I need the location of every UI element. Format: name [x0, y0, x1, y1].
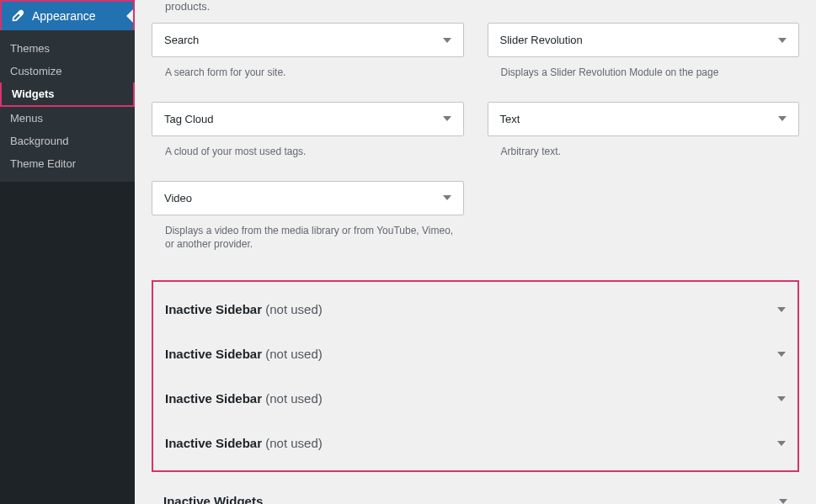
chevron-down-icon [777, 307, 786, 312]
sidebar: Appearance Themes Customize Widgets Menu… [0, 0, 135, 504]
widget-video-desc: Displays a video from the media library … [152, 215, 464, 266]
inactive-sidebar-suffix: (not used) [265, 436, 323, 450]
submenu-themes[interactable]: Themes [0, 37, 135, 60]
menu-arrow-icon [126, 9, 133, 23]
widget-slider-desc: Displays a Slider Revolution Module on t… [488, 57, 800, 93]
chevron-down-icon [777, 396, 786, 401]
widget-video-title: Video [164, 192, 192, 204]
submenu-customize[interactable]: Customize [0, 60, 135, 82]
inactive-sidebar-label: Inactive Sidebar [165, 347, 265, 361]
widget-slider-title: Slider Revolution [500, 34, 583, 46]
inactive-sidebar-row[interactable]: Inactive Sidebar (not used) [153, 421, 797, 465]
inactive-sidebar-label: Inactive Sidebar [165, 436, 265, 450]
submenu-widgets[interactable]: Widgets [0, 82, 135, 107]
submenu-background[interactable]: Background [0, 130, 135, 152]
widget-text[interactable]: Text [488, 102, 800, 136]
submenu-menus[interactable]: Menus [0, 107, 135, 130]
inactive-widgets-label: Inactive Widgets [163, 494, 263, 504]
widget-tagcloud-desc: A cloud of your most used tags. [152, 136, 464, 172]
submenu-appearance: Themes Customize Widgets Menus Backgroun… [0, 30, 135, 182]
widget-search[interactable]: Search [152, 23, 464, 57]
inactive-sidebar-suffix: (not used) [265, 391, 323, 406]
widget-video[interactable]: Video [152, 181, 464, 215]
chevron-down-icon [443, 116, 451, 121]
widget-slider-revolution[interactable]: Slider Revolution [488, 23, 800, 57]
inactive-sidebar-suffix: (not used) [265, 302, 323, 316]
inactive-sidebar-row[interactable]: Inactive Sidebar (not used) [153, 376, 797, 421]
brush-icon [10, 8, 25, 24]
menu-appearance-label: Appearance [32, 9, 96, 23]
chevron-down-icon [777, 352, 786, 357]
widget-text-desc: Arbitrary text. [488, 136, 800, 172]
inactive-sidebar-row[interactable]: Inactive Sidebar (not used) [153, 287, 797, 332]
inactive-sidebars-group: Inactive Sidebar (not used) Inactive Sid… [152, 280, 799, 472]
chevron-down-icon [443, 195, 451, 200]
inactive-widgets-row[interactable]: Inactive Widgets [152, 479, 799, 504]
inactive-sidebar-label: Inactive Sidebar [165, 302, 265, 316]
chevron-down-icon [779, 499, 787, 504]
widget-search-title: Search [164, 34, 199, 46]
products-desc-fragment: products. [152, 0, 799, 23]
inactive-sidebar-suffix: (not used) [265, 347, 323, 361]
widget-tag-cloud[interactable]: Tag Cloud [152, 102, 464, 136]
inactive-sidebar-label: Inactive Sidebar [165, 391, 265, 406]
widget-text-title: Text [500, 113, 520, 125]
chevron-down-icon [778, 116, 787, 121]
widget-tagcloud-title: Tag Cloud [164, 113, 214, 125]
main-content: products. Search A search form for your … [135, 0, 816, 504]
chevron-down-icon [778, 38, 787, 43]
widget-search-desc: A search form for your site. [152, 57, 464, 93]
chevron-down-icon [443, 38, 451, 43]
chevron-down-icon [777, 441, 786, 446]
submenu-theme-editor[interactable]: Theme Editor [0, 152, 135, 175]
inactive-sidebar-row[interactable]: Inactive Sidebar (not used) [153, 332, 797, 376]
menu-appearance[interactable]: Appearance [0, 0, 135, 30]
